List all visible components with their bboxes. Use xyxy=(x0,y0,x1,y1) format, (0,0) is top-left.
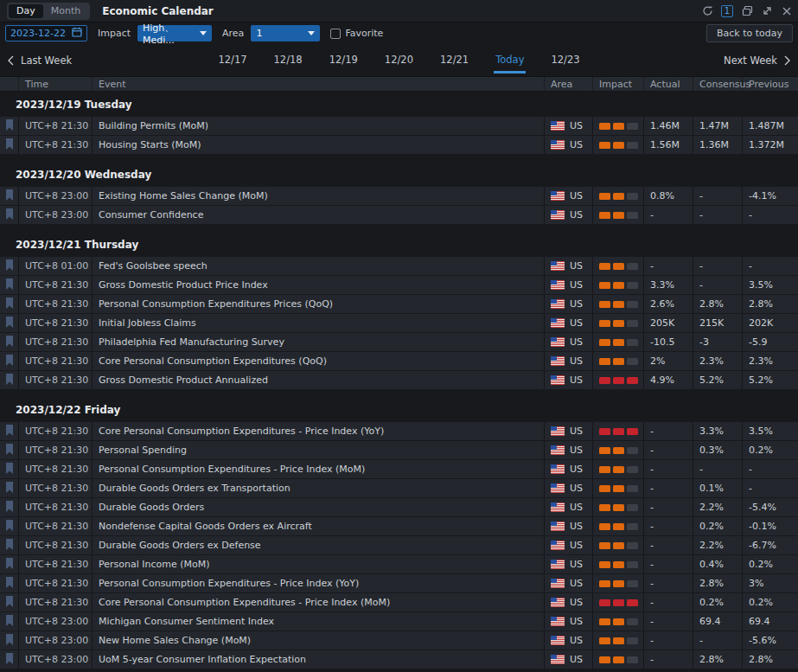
flag-canton xyxy=(551,598,557,602)
event-row[interactable]: UTC+8 21:30Gross Domestic Product Annual… xyxy=(0,371,798,389)
event-row[interactable]: UTC+8 01:00Fed's Goolsbee speechUS--- xyxy=(0,257,798,275)
event-row[interactable]: UTC+8 23:00Existing Home Sales Change (M… xyxy=(0,187,798,205)
window-number-badge[interactable]: 1 xyxy=(721,5,733,17)
last-week-label: Last Week xyxy=(21,54,72,67)
actual-cell: 1.46M xyxy=(644,117,693,135)
us-flag-icon xyxy=(551,502,565,512)
consensus-cell: 0.2% xyxy=(693,593,743,611)
event-row[interactable]: UTC+8 21:30Building Permits (MoM)US1.46M… xyxy=(0,117,798,135)
impact-segment xyxy=(613,212,624,219)
bookmark-icon[interactable] xyxy=(5,634,14,648)
bookmark-icon[interactable] xyxy=(5,463,14,477)
bookmark-icon[interactable] xyxy=(5,615,14,629)
event-row[interactable]: UTC+8 21:30Housing Starts (MoM)US1.56M1.… xyxy=(0,136,798,154)
close-icon[interactable] xyxy=(781,5,793,17)
back-to-today-button[interactable]: Back to today xyxy=(706,24,793,42)
event-row[interactable]: UTC+8 21:30Gross Domestic Product Price … xyxy=(0,276,798,294)
favorite-checkbox[interactable]: Favorite xyxy=(330,28,383,39)
bookmark-icon[interactable] xyxy=(5,317,14,330)
last-week-button[interactable]: Last Week xyxy=(7,54,72,67)
next-week-button[interactable]: Next Week xyxy=(724,54,791,67)
bookmark-icon[interactable] xyxy=(5,259,14,273)
next-week-label: Next Week xyxy=(724,54,777,67)
area-select[interactable]: 1 xyxy=(251,25,320,42)
bookmark-icon[interactable] xyxy=(5,444,14,458)
bookmark-icon[interactable] xyxy=(5,482,14,496)
event-row[interactable]: UTC+8 21:30Personal Consumption Expendit… xyxy=(0,574,798,592)
impact-value: High、Medi... xyxy=(143,22,195,46)
event-name-cell: Gross Domestic Product Annualized xyxy=(93,371,545,389)
bookmark-icon[interactable] xyxy=(5,374,14,387)
tab-month[interactable]: Month xyxy=(43,4,88,18)
week-day-today[interactable]: Today xyxy=(494,47,526,74)
consensus-cell: 69.4 xyxy=(693,612,743,630)
impact-segment xyxy=(599,447,610,454)
bookmark-icon[interactable] xyxy=(5,138,14,152)
event-row[interactable]: UTC+8 21:30Durable Goods OrdersUS-2.2%-5… xyxy=(0,498,798,516)
refresh-icon[interactable] xyxy=(701,5,713,17)
impact-select[interactable]: High、Medi... xyxy=(137,25,212,42)
event-name-cell: Michigan Consumer Sentiment Index xyxy=(93,612,545,630)
column-header-actual: Actual xyxy=(644,77,693,91)
event-row[interactable]: UTC+8 21:30Nondefense Capital Goods Orde… xyxy=(0,517,798,535)
event-row[interactable]: UTC+8 23:00New Home Sales Change (MoM)US… xyxy=(0,631,798,650)
bookmark-icon[interactable] xyxy=(5,208,14,222)
bookmark-icon[interactable] xyxy=(5,278,14,292)
expand-icon[interactable] xyxy=(761,5,773,17)
bookmark-icon[interactable] xyxy=(5,425,14,438)
previous-cell: - xyxy=(743,206,798,224)
bookmark-icon[interactable] xyxy=(5,520,14,534)
event-row[interactable]: UTC+8 21:30Personal Income (MoM)US-0.4%0… xyxy=(0,555,798,573)
impact-high-indicator xyxy=(599,428,638,435)
event-row[interactable]: UTC+8 21:30Personal Consumption Expendit… xyxy=(0,460,798,478)
bookmark-icon[interactable] xyxy=(5,336,14,349)
event-row[interactable]: UTC+8 21:30Core Personal Consumption Exp… xyxy=(0,422,798,440)
actual-cell: - xyxy=(644,650,693,669)
bookmark-icon[interactable] xyxy=(5,653,14,667)
week-day[interactable]: 12/19 xyxy=(328,47,360,74)
consensus-cell: 2.8% xyxy=(693,574,743,592)
area-code: US xyxy=(570,374,583,386)
bookmark-icon[interactable] xyxy=(5,596,14,610)
event-row[interactable]: UTC+8 23:00UoM 5-year Consumer Inflation… xyxy=(0,650,798,669)
flag-canton xyxy=(551,617,557,621)
event-row[interactable]: UTC+8 21:30Philadelphia Fed Manufacturin… xyxy=(0,333,798,351)
event-row[interactable]: UTC+8 21:30Durable Goods Orders ex Trans… xyxy=(0,479,798,497)
week-day[interactable]: 12/20 xyxy=(383,47,415,74)
bookmark-icon[interactable] xyxy=(5,298,14,311)
week-day[interactable]: 12/23 xyxy=(549,47,581,74)
bookmark-icon[interactable] xyxy=(5,501,14,515)
event-row[interactable]: UTC+8 23:00Consumer ConfidenceUS--- xyxy=(0,206,798,224)
restore-window-icon[interactable] xyxy=(741,5,753,17)
event-name-cell: Housing Starts (MoM) xyxy=(93,136,545,154)
impact-medium-indicator xyxy=(599,504,638,511)
event-row[interactable]: UTC+8 21:30Durable Goods Orders ex Defen… xyxy=(0,536,798,554)
bookmark-icon[interactable] xyxy=(5,539,14,553)
impact-segment xyxy=(627,212,638,219)
area-code: US xyxy=(570,317,583,329)
bookmark-icon[interactable] xyxy=(5,558,14,572)
flag-canton xyxy=(551,560,557,564)
week-day[interactable]: 12/17 xyxy=(216,47,248,74)
date-picker[interactable]: 2023-12-22 xyxy=(5,25,87,42)
event-row[interactable]: UTC+8 21:30Personal Consumption Expendit… xyxy=(0,295,798,313)
header-bookmark-column xyxy=(0,77,19,91)
bookmark-icon[interactable] xyxy=(5,577,14,591)
actual-cell: 2.6% xyxy=(644,295,693,313)
event-row[interactable]: UTC+8 21:30Personal SpendingUS-0.3%0.2% xyxy=(0,441,798,459)
flag-canton xyxy=(551,210,557,214)
event-row[interactable]: UTC+8 23:00Michigan Consumer Sentiment I… xyxy=(0,612,798,630)
day-section-header: 2023/12/22 Friday xyxy=(0,397,798,422)
event-row[interactable]: UTC+8 21:30Initial Jobless ClaimsUS205K2… xyxy=(0,314,798,332)
time-cell: UTC+8 21:30 xyxy=(19,574,93,592)
tab-day[interactable]: Day xyxy=(9,4,43,18)
bookmark-cell xyxy=(0,574,19,592)
bookmark-icon[interactable] xyxy=(5,119,14,133)
bookmark-icon[interactable] xyxy=(5,355,14,368)
event-row[interactable]: UTC+8 21:30Core Personal Consumption Exp… xyxy=(0,352,798,370)
week-day[interactable]: 12/21 xyxy=(438,47,470,74)
consensus-cell: - xyxy=(693,276,743,294)
week-day[interactable]: 12/18 xyxy=(272,47,304,74)
bookmark-icon[interactable] xyxy=(5,189,14,203)
event-row[interactable]: UTC+8 21:30Core Personal Consumption Exp… xyxy=(0,593,798,611)
